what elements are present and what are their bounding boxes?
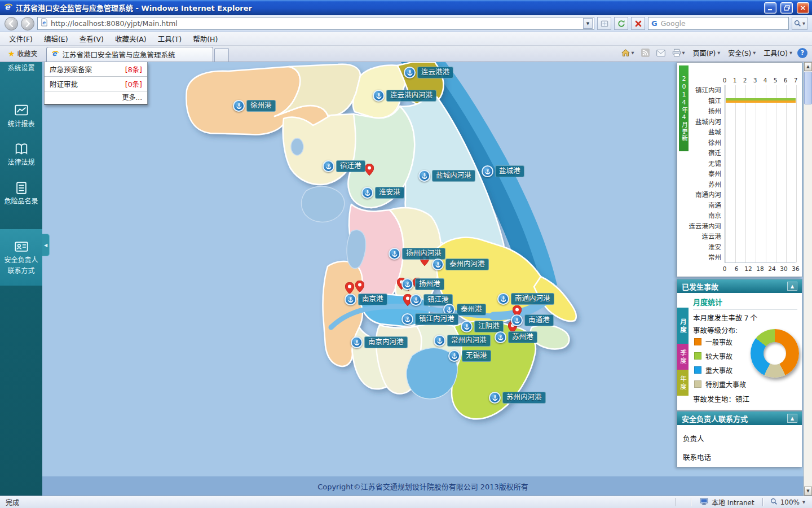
new-tab-button[interactable] [214, 48, 229, 62]
sidebar-item-laws-regulations[interactable]: 法律法规 [0, 137, 42, 172]
port-marker[interactable]: 江阴港 [461, 321, 504, 332]
port-marker[interactable]: 镇江内河港 [401, 313, 458, 325]
port-marker[interactable]: 盐城内河港 [418, 170, 475, 182]
port-label[interactable]: 徐州港 [246, 100, 276, 112]
menu-item[interactable]: 工具(T) [152, 32, 187, 46]
print-button[interactable]: ▼ [669, 47, 688, 59]
port-label[interactable]: 南通港 [524, 314, 554, 326]
anchor-icon[interactable] [482, 165, 493, 177]
url-text[interactable]: http://localhost:8080/yjpt/Main.html [51, 19, 580, 28]
port-marker[interactable]: 南通内河港 [497, 293, 554, 305]
sidebar-item-stats-report[interactable]: 统计报表 [0, 98, 42, 133]
port-label[interactable]: 连云港内河港 [386, 90, 436, 102]
toolbar-button[interactable]: 工具(O)▼ [760, 46, 796, 60]
anchor-icon[interactable] [410, 294, 422, 306]
anchor-icon[interactable] [434, 335, 445, 347]
more-link[interactable]: 更多... [45, 91, 147, 104]
anchor-icon[interactable] [495, 331, 506, 343]
port-marker[interactable]: 连云港内河港 [373, 90, 436, 102]
port-label[interactable]: 江阴港 [474, 321, 504, 332]
anchor-icon[interactable] [418, 170, 430, 182]
anchor-icon[interactable] [401, 278, 413, 290]
port-label[interactable]: 镇江内河港 [415, 313, 458, 325]
port-label[interactable]: 南京内河港 [364, 336, 408, 348]
title-bar[interactable]: e 江苏省港口安全监管与应急管理系统 - Windows Internet Ex… [0, 0, 812, 15]
sidebar-collapse-arrow[interactable]: ◀ [42, 234, 50, 256]
menu-item[interactable]: 帮助(H) [187, 32, 223, 46]
stop-button[interactable] [631, 17, 645, 30]
toolbar-button[interactable]: 页面(P)▼ [689, 46, 725, 60]
anchor-icon[interactable] [404, 67, 416, 78]
notice-row[interactable]: 附证审批[0条] [45, 77, 147, 91]
port-label[interactable]: 宿迁港 [336, 160, 365, 172]
port-marker[interactable]: 宿迁港 [323, 160, 365, 172]
port-marker[interactable]: 淮安港 [361, 187, 404, 199]
anchor-icon[interactable] [361, 187, 373, 199]
contact-panel-header[interactable]: 安全负责人联系方式 ▲ [677, 411, 802, 425]
anchor-icon[interactable] [345, 294, 356, 305]
port-marker[interactable]: 南京港 [345, 294, 387, 305]
read-mail-button[interactable] [654, 48, 668, 58]
close-button[interactable]: × [797, 2, 809, 14]
scroll-down-button[interactable]: ▼ [804, 487, 812, 496]
port-label[interactable]: 扬州内河港 [402, 248, 445, 260]
location-pin-icon[interactable] [365, 164, 374, 176]
port-label[interactable]: 无锡港 [462, 350, 491, 362]
accident-tab-1[interactable]: 月度 [677, 308, 689, 344]
port-label[interactable]: 扬州港 [415, 278, 444, 290]
anchor-icon[interactable] [351, 336, 363, 348]
port-label[interactable]: 盐城内河港 [432, 170, 475, 182]
port-marker[interactable]: 苏州内河港 [489, 392, 546, 404]
sidebar-item-dangerous-goods[interactable]: 危险品名录 [0, 175, 42, 211]
port-label[interactable]: 苏州内河港 [502, 392, 546, 404]
port-marker[interactable]: 常州内河港 [434, 335, 491, 347]
port-label[interactable]: 南通内河港 [511, 293, 554, 305]
port-marker[interactable]: 扬州内河港 [389, 248, 445, 260]
location-pin-icon[interactable] [345, 282, 354, 294]
tab[interactable]: e 江苏省港口安全监管与应急管理系统 [46, 47, 213, 62]
sidebar-item-safety-contact[interactable]: 安全负责人联系方式 [0, 229, 42, 286]
accident-panel-header[interactable]: 已发生事故 ▲ [677, 279, 802, 293]
help-button[interactable]: ? [797, 48, 807, 58]
menu-item[interactable]: 编辑(E) [38, 32, 74, 46]
anchor-icon[interactable] [233, 100, 245, 112]
address-input[interactable]: e http://localhost:8080/yjpt/Main.html ▼ [37, 17, 594, 30]
minimize-button[interactable] [764, 2, 776, 14]
notice-row[interactable]: 应急预案备案[8条] [45, 62, 147, 77]
back-button[interactable] [5, 17, 18, 30]
port-marker[interactable]: 南通港 [511, 314, 554, 326]
feeds-button[interactable] [638, 47, 652, 59]
anchor-icon[interactable] [497, 293, 509, 305]
scroll-up-button[interactable]: ▲ [804, 62, 812, 71]
port-label[interactable]: 南京港 [358, 294, 387, 305]
port-label[interactable]: 常州内河港 [447, 335, 491, 347]
anchor-icon[interactable] [489, 392, 501, 404]
restore-button[interactable] [780, 2, 793, 14]
accident-tab-2[interactable]: 季度 [677, 344, 689, 370]
port-label[interactable]: 泰州内河港 [445, 259, 489, 270]
anchor-icon[interactable] [461, 321, 473, 332]
sidebar-item-system-settings[interactable]: 系统设置 [0, 63, 42, 72]
zoom-control[interactable]: 100% ▼ [764, 498, 812, 507]
address-dropdown-button[interactable]: ▼ [583, 18, 593, 29]
scrollbar-thumb[interactable] [804, 72, 812, 104]
forward-button[interactable] [21, 17, 34, 30]
menu-item[interactable]: 文件(F) [3, 32, 38, 46]
anchor-icon[interactable] [401, 313, 413, 325]
port-marker[interactable]: 泰州内河港 [432, 259, 489, 270]
menu-item[interactable]: 收藏夹(A) [109, 32, 152, 46]
location-pin-icon[interactable] [355, 281, 364, 292]
port-marker[interactable]: 南京内河港 [351, 336, 408, 348]
search-button[interactable]: ▼ [792, 17, 807, 30]
port-label[interactable]: 连云港港 [417, 67, 453, 78]
toolbar-button[interactable]: 安全(S)▼ [724, 46, 760, 60]
home-button[interactable]: ▼ [618, 47, 637, 59]
port-label[interactable]: 淮安港 [375, 187, 404, 199]
port-label[interactable]: 盐城港 [495, 165, 524, 177]
port-marker[interactable]: 扬州港 [401, 278, 444, 290]
port-marker[interactable]: 盐城港 [482, 165, 524, 177]
anchor-icon[interactable] [432, 259, 444, 270]
vertical-scrollbar[interactable]: ▲ ▼ [804, 62, 812, 496]
search-input[interactable]: G Google [648, 17, 789, 30]
menu-item[interactable]: 查看(V) [74, 32, 109, 46]
